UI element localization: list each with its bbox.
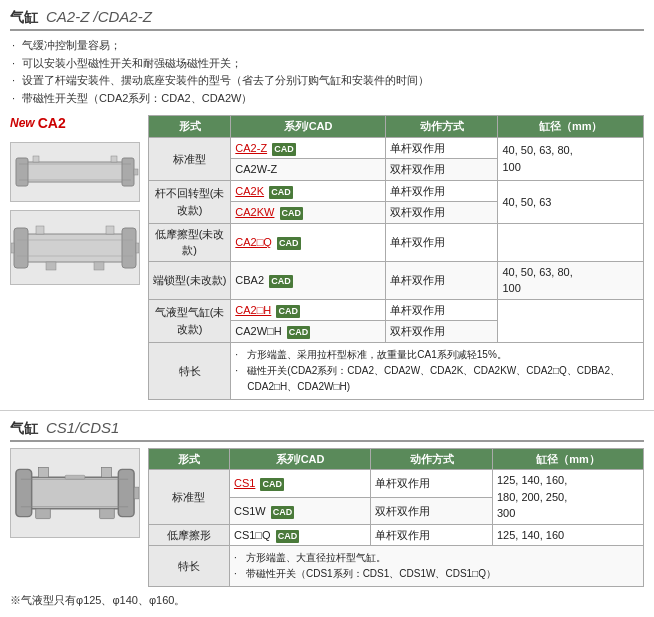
bullet-1: 气缓冲控制量容易； (12, 37, 644, 55)
toku-row: 特长 方形端盖、采用拉杆型标准，故重量比CA1系列减轻15%。 磁性开关(CDA… (149, 342, 644, 399)
toku2-list: 方形端盖、大直径拉杆型气缸。 带磁性开关（CDS1系列：CDS1、CDS1W、C… (234, 550, 639, 582)
series-text-cba2: CBA2 (235, 274, 264, 286)
row-type-hydro: 气液型气缸(未改款) (149, 299, 231, 342)
toku-list: 方形端盖、采用拉杆型标准，故重量比CA1系列减轻15%。 磁性开关(CDA2系列… (235, 347, 639, 395)
bullet-4: 带磁性开关型（CDA2系列：CDA2、CDA2W） (12, 90, 644, 108)
cad-badge-ca2wh[interactable]: CAD (287, 326, 311, 339)
cad-badge-ca2h[interactable]: CAD (276, 305, 300, 318)
toku2-label: 特长 (149, 546, 230, 587)
table-header-row: 形式 系列/CAD 动作方式 缸径（mm） (149, 448, 644, 470)
col2-header-action: 动作方式 (371, 448, 493, 470)
svg-rect-11 (136, 243, 139, 253)
toku2-item-1: 方形端盖、大直径拉杆型气缸。 (234, 550, 639, 566)
row2-type-lowfriction: 低摩擦形 (149, 524, 230, 546)
col2-header-type: 形式 (149, 448, 230, 470)
svg-rect-12 (11, 243, 14, 253)
svg-rect-0 (19, 162, 131, 182)
cad-badge-cs1[interactable]: CAD (260, 478, 284, 491)
section1-title: 气缸 CA2-Z /CDA2-Z (10, 8, 644, 31)
series-text-ca2wz: CA2W-Z (235, 163, 277, 175)
cylinder-svg-3 (11, 449, 139, 537)
section1-images: New CA2 (10, 115, 140, 285)
row-action-ca2z: 单杆双作用 (385, 137, 498, 159)
section1-bullets: 气缓冲控制量容易； 可以安装小型磁性开关和耐强磁场磁性开关； 设置了杆端安装件、… (10, 37, 644, 107)
row2-type-standard: 标准型 (149, 470, 230, 525)
row-bore-hydro (498, 299, 644, 342)
cad-badge-ca2z[interactable]: CAD (272, 143, 296, 156)
table-row: 杆不回转型(未改款) CA2K CAD 单杆双作用 40, 50, 63 (149, 180, 644, 202)
series-link-cs1[interactable]: CS1 (234, 477, 255, 489)
svg-rect-10 (122, 228, 136, 268)
svg-rect-17 (46, 262, 56, 270)
section2-images (10, 448, 140, 538)
cylinder-svg-1 (11, 144, 139, 200)
series-text-ca2wh: CA2W□H (235, 325, 281, 337)
row-bore-norotate: 40, 50, 63 (498, 180, 644, 223)
cad-badge-cs1q[interactable]: CAD (276, 530, 300, 543)
series-link-ca2q[interactable]: CA2□Q (235, 236, 272, 248)
svg-rect-25 (39, 467, 49, 477)
series-text-cs1q: CS1□Q (234, 529, 271, 541)
row-type-endlock: 端锁型(未改款) (149, 261, 231, 299)
cad-badge-cba2[interactable]: CAD (269, 275, 293, 288)
row2-bore-cs1q: 125, 140, 160 (492, 524, 643, 546)
section2-table: 形式 系列/CAD 动作方式 缸径（mm） 标准型 CS1 CAD 单 (148, 448, 644, 588)
cylinder-svg-2 (11, 212, 139, 284)
toku2-content: 方形端盖、大直径拉杆型气缸。 带磁性开关（CDS1系列：CDS1、CDS1W、C… (229, 546, 643, 587)
svg-rect-22 (134, 487, 139, 499)
series-text-cs1w: CS1W (234, 505, 266, 517)
series-link-ca2h[interactable]: CA2□H (235, 304, 271, 316)
bottom-note: ※气液型只有φ125、φ140、φ160。 (10, 593, 644, 608)
toku-item-1: 方形端盖、采用拉杆型标准，故重量比CA1系列减轻15%。 (235, 347, 639, 363)
svg-rect-14 (106, 226, 114, 234)
svg-rect-20 (16, 469, 32, 516)
svg-rect-28 (36, 509, 51, 519)
row2-action-cs1w: 双杆双作用 (371, 497, 493, 524)
svg-rect-27 (65, 475, 85, 479)
table-row: 低摩擦型(未改款) CA2□Q CAD 单杆双作用 (149, 223, 644, 261)
svg-rect-1 (16, 158, 28, 186)
row-bore-standard: 40, 50, 63, 80,100 (498, 137, 644, 180)
svg-rect-9 (14, 228, 28, 268)
row-series-ca2k: CA2K CAD (231, 180, 385, 202)
row-series-ca2q: CA2□Q CAD (231, 223, 385, 261)
series-link-ca2k[interactable]: CA2K (235, 185, 264, 197)
col2-header-bore: 缸径（mm） (492, 448, 643, 470)
row-bore-ca2q (498, 223, 644, 261)
section2-title-sub: CS1/CDS1 (46, 419, 119, 436)
row-action-ca2wh: 双杆双作用 (385, 321, 498, 343)
toku-label: 特长 (149, 342, 231, 399)
row-action-ca2k: 单杆双作用 (385, 180, 498, 202)
row-type-norotate: 杆不回转型(未改款) (149, 180, 231, 223)
table-row: 标准型 CA2-Z CAD 单杆双作用 40, 50, 63, 80,100 (149, 137, 644, 159)
col2-header-series: 系列/CAD (229, 448, 370, 470)
svg-rect-5 (111, 156, 117, 162)
svg-rect-21 (118, 469, 134, 516)
bullet-3: 设置了杆端安装件、摆动底座安装件的型号（省去了分别订购气缸和安装件的时间） (12, 72, 644, 90)
cad-badge-cs1w[interactable]: CAD (271, 506, 295, 519)
row-action-ca2q: 单杆双作用 (385, 223, 498, 261)
row2-series-cs1w: CS1W CAD (229, 497, 370, 524)
section1-table-area: 形式 系列/CAD 动作方式 缸径（mm） 标准型 CA2-Z CAD (148, 115, 644, 400)
series-link-ca2z[interactable]: CA2-Z (235, 142, 267, 154)
row-series-ca2wz: CA2W-Z (231, 159, 385, 181)
svg-rect-29 (100, 509, 115, 519)
cylinder-image-3 (10, 448, 140, 538)
table-row: 气液型气缸(未改款) CA2□H CAD 单杆双作用 (149, 299, 644, 321)
series-link-ca2kw[interactable]: CA2KW (235, 206, 274, 218)
cad-badge-ca2q[interactable]: CAD (277, 237, 301, 250)
svg-rect-18 (94, 262, 104, 270)
col-header-type: 形式 (149, 116, 231, 138)
svg-rect-19 (21, 477, 129, 509)
row-series-cba2: CBA2 CAD (231, 261, 385, 299)
toku2-row: 特长 方形端盖、大直径拉杆型气缸。 带磁性开关（CDS1系列：CDS1、CDS1… (149, 546, 644, 587)
cad-badge-ca2kw[interactable]: CAD (280, 207, 304, 220)
row2-series-cs1: CS1 CAD (229, 470, 370, 497)
section-cs1: 气缸 CS1/CDS1 (0, 411, 654, 617)
row-series-ca2z: CA2-Z CAD (231, 137, 385, 159)
cad-badge-ca2k[interactable]: CAD (269, 186, 293, 199)
row-series-ca2h: CA2□H CAD (231, 299, 385, 321)
row2-action-cs1q: 单杆双作用 (371, 524, 493, 546)
row-bore-cba2: 40, 50, 63, 80,100 (498, 261, 644, 299)
ca2-label: CA2 (38, 115, 66, 131)
